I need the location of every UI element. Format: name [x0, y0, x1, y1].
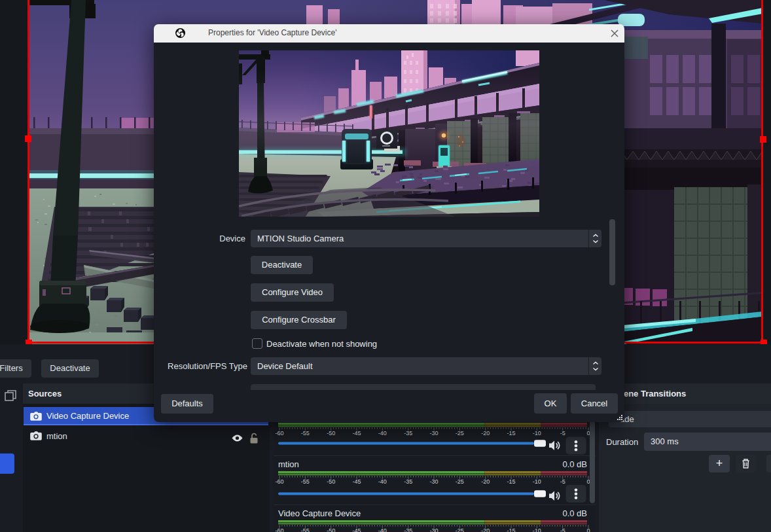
svg-text:0.0 dB: 0.0 dB [562, 459, 587, 469]
svg-text:-40: -40 [378, 478, 387, 485]
svg-text:-55: -55 [301, 527, 310, 532]
svg-text:-30: -30 [429, 527, 438, 532]
svg-text:-5: -5 [560, 430, 565, 436]
svg-text:-20: -20 [481, 478, 490, 485]
svg-text:-45: -45 [352, 430, 361, 436]
svg-text:0.0 dB: 0.0 dB [562, 508, 587, 518]
svg-text:-20: -20 [481, 527, 490, 532]
svg-text:-10: -10 [533, 430, 541, 436]
svg-text:-25: -25 [456, 527, 464, 532]
svg-text:Video Capture Device: Video Capture Device [278, 508, 361, 518]
svg-text:-15: -15 [507, 430, 515, 436]
svg-text:-35: -35 [404, 478, 412, 485]
svg-text:mtion: mtion [278, 459, 299, 469]
svg-text:-20: -20 [481, 430, 490, 436]
svg-text:-30: -30 [429, 430, 438, 436]
svg-text:-10: -10 [533, 478, 541, 485]
svg-text:-25: -25 [456, 430, 464, 436]
svg-text:-55: -55 [301, 478, 310, 485]
svg-text:-50: -50 [327, 478, 335, 485]
svg-text:-40: -40 [378, 430, 387, 436]
svg-text:-60: -60 [275, 527, 283, 532]
svg-text:-45: -45 [352, 527, 361, 532]
svg-text:-50: -50 [327, 430, 335, 436]
svg-text:-55: -55 [301, 430, 310, 436]
svg-text:-10: -10 [533, 527, 541, 532]
svg-text:-60: -60 [275, 430, 283, 436]
svg-text:-30: -30 [429, 478, 438, 485]
svg-text:-5: -5 [560, 527, 565, 532]
svg-text:-15: -15 [507, 527, 515, 532]
svg-text:0: 0 [586, 527, 590, 532]
svg-text:-5: -5 [560, 478, 565, 485]
svg-text:-45: -45 [352, 478, 361, 485]
svg-text:-60: -60 [275, 478, 283, 485]
svg-text:-25: -25 [456, 478, 464, 485]
svg-text:-35: -35 [404, 430, 412, 436]
svg-text:-40: -40 [378, 527, 387, 532]
svg-text:-15: -15 [507, 478, 515, 485]
svg-text:-35: -35 [404, 527, 412, 532]
svg-text:-50: -50 [327, 527, 335, 532]
